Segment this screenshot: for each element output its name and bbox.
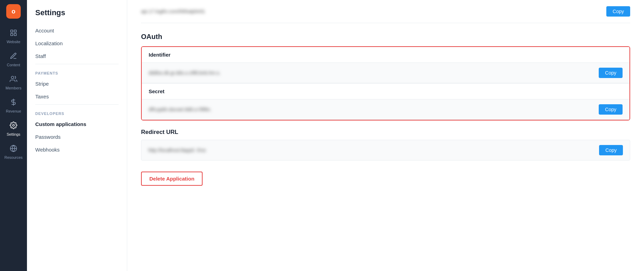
sidebar-item-localization[interactable]: Localization	[27, 37, 127, 50]
nav-content-label: Content	[7, 63, 20, 67]
secret-label: Secret	[142, 84, 629, 99]
svg-rect-2	[11, 33, 13, 36]
nav-item-members[interactable]: Members	[2, 72, 25, 94]
nav-item-website[interactable]: Website	[2, 26, 25, 47]
website-icon	[10, 29, 17, 38]
redirect-url-row: http://localhost:8app0. l/roc Copy	[141, 140, 630, 161]
sidebar-item-taxes[interactable]: Taxes	[27, 90, 127, 103]
redirect-url-value: http://localhost:8app0. l/roc	[148, 147, 206, 153]
redirect-url-section: Redirect URL http://localhost:8app0. l/r…	[141, 129, 630, 161]
sidebar-divider-2	[35, 104, 119, 105]
svg-point-4	[11, 76, 14, 79]
sidebar-item-webhooks[interactable]: Webhooks	[27, 143, 127, 156]
resources-icon	[10, 145, 17, 154]
sidebar-item-account[interactable]: Account	[27, 24, 127, 37]
nav-members-label: Members	[6, 86, 21, 90]
secret-value: df9.ppbh.docoet.9d8.cr.f9f8n.	[149, 107, 211, 112]
icon-nav: o Website Content Members Revenue Settin…	[0, 0, 27, 271]
payments-section-label: PAYMENTS	[27, 66, 127, 77]
nav-item-revenue[interactable]: Revenue	[2, 95, 25, 117]
secret-value-row: df9.ppbh.docoet.9d8.cr.f9f8n. Copy	[142, 99, 629, 120]
svg-rect-1	[14, 30, 16, 32]
secret-field: Secret df9.ppbh.docoet.9d8.cr.f9f8n. Cop…	[142, 83, 629, 120]
top-blurred-row: api.17.logthr.com/l/8/kalpl/e91 Copy	[141, 0, 630, 23]
nav-revenue-label: Revenue	[6, 109, 21, 113]
nav-settings-label: Settings	[7, 132, 20, 136]
developers-section-label: DEVELOPERS	[27, 106, 127, 118]
nav-item-content[interactable]: Content	[2, 49, 25, 70]
nav-item-settings[interactable]: Settings	[2, 118, 25, 140]
identifier-label: Identifier	[142, 47, 629, 62]
sidebar-divider-1	[35, 64, 119, 64]
sidebar-item-passwords[interactable]: Passwords	[27, 130, 127, 143]
redirect-url-title: Redirect URL	[141, 129, 630, 136]
identifier-field: Identifier dddlss.dk.gr.dds.s.c9f8.bnb.h…	[142, 47, 629, 83]
svg-point-6	[12, 124, 15, 126]
secret-copy-button[interactable]: Copy	[599, 104, 623, 115]
top-blurred-value: api.17.logthr.com/l/8/kalpl/e91	[141, 9, 205, 14]
sidebar-item-custom-applications[interactable]: Custom applications	[27, 118, 127, 130]
sidebar-item-staff[interactable]: Staff	[27, 50, 127, 62]
oauth-section-title: OAuth	[141, 33, 630, 41]
members-icon	[10, 75, 17, 85]
revenue-icon	[10, 98, 17, 108]
svg-rect-3	[14, 33, 16, 36]
svg-rect-0	[11, 30, 13, 32]
redirect-copy-button[interactable]: Copy	[599, 145, 623, 155]
nav-item-resources[interactable]: Resources	[2, 141, 25, 163]
oauth-box: Identifier dddlss.dk.gr.dds.s.c9f8.bnb.h…	[141, 46, 630, 120]
sidebar-item-stripe[interactable]: Stripe	[27, 77, 127, 90]
nav-resources-label: Resources	[4, 155, 23, 159]
delete-application-button[interactable]: Delete Application	[141, 172, 203, 186]
settings-title: Settings	[27, 8, 127, 24]
app-logo[interactable]: o	[6, 4, 21, 19]
identifier-value-row: dddlss.dk.gr.dds.s.c9f8.bnb.hm.s. Copy	[142, 62, 629, 83]
identifier-value: dddlss.dk.gr.dds.s.c9f8.bnb.hm.s.	[149, 70, 221, 76]
content-icon	[10, 52, 17, 61]
main-content: api.17.logthr.com/l/8/kalpl/e91 Copy OAu…	[127, 0, 644, 271]
identifier-copy-button[interactable]: Copy	[599, 68, 623, 78]
top-copy-button[interactable]: Copy	[606, 6, 630, 17]
settings-icon	[10, 122, 17, 131]
nav-website-label: Website	[7, 40, 20, 44]
settings-sidebar: Settings Account Localization Staff PAYM…	[27, 0, 127, 271]
